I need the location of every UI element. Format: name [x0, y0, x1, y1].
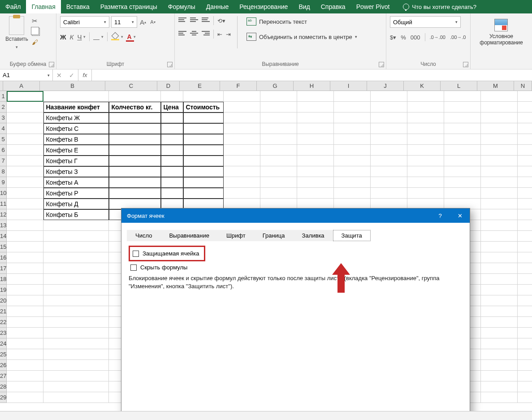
cell[interactable] — [518, 349, 532, 360]
cell[interactable] — [334, 102, 371, 113]
cell[interactable] — [43, 231, 109, 242]
cell[interactable] — [109, 188, 161, 199]
cell[interactable]: Колчество кг. — [109, 102, 161, 113]
cell[interactable] — [481, 231, 518, 242]
cell[interactable] — [224, 177, 260, 188]
cell[interactable]: Цена — [161, 102, 183, 113]
cell[interactable] — [297, 113, 334, 123]
underline-button[interactable]: Ч — [77, 33, 82, 41]
cell[interactable] — [224, 188, 260, 199]
row-header[interactable]: 19 — [0, 285, 7, 295]
row-header[interactable]: 7 — [0, 156, 7, 166]
align-middle-button[interactable] — [190, 17, 198, 24]
cell[interactable] — [407, 134, 444, 145]
dialog-tab[interactable]: Число — [127, 230, 160, 241]
cell[interactable]: Конфеты Г — [43, 156, 109, 166]
border-dropdown[interactable]: ▾ — [101, 35, 104, 39]
cell[interactable] — [444, 145, 481, 156]
cell[interactable] — [481, 285, 518, 295]
cell[interactable] — [481, 263, 518, 274]
cell[interactable] — [224, 113, 260, 123]
cell[interactable] — [518, 392, 532, 403]
row-header[interactable]: 16 — [0, 252, 7, 263]
cell[interactable] — [297, 123, 334, 134]
dialog-help-button[interactable]: ? — [430, 208, 450, 223]
font-name-combo[interactable]: Calibri ▾ — [60, 16, 109, 28]
cell[interactable] — [481, 317, 518, 328]
cell[interactable] — [518, 156, 532, 166]
cell[interactable] — [7, 134, 43, 145]
cell[interactable] — [43, 317, 109, 328]
align-right-button[interactable] — [202, 31, 210, 37]
cell[interactable] — [224, 156, 260, 166]
cell[interactable] — [43, 381, 109, 392]
number-format-combo[interactable]: Общий ▾ — [390, 16, 461, 28]
cell[interactable] — [481, 166, 518, 177]
column-header[interactable]: G — [257, 81, 294, 91]
tab-insert[interactable]: Вставка — [61, 0, 95, 13]
row-header[interactable]: 12 — [0, 209, 7, 220]
decrease-decimal-button[interactable]: .00→.0 — [450, 35, 466, 40]
row-header[interactable]: 27 — [0, 371, 7, 381]
cell[interactable] — [260, 145, 297, 156]
cell[interactable] — [334, 156, 371, 166]
cell[interactable] — [518, 166, 532, 177]
cell[interactable]: Конфеты Е — [43, 145, 109, 156]
format-painter-icon[interactable] — [32, 39, 40, 47]
cell[interactable]: Конфеты С — [43, 123, 109, 134]
cell[interactable]: Конфеты Ж — [43, 113, 109, 123]
tab-help[interactable]: Справка — [316, 0, 351, 13]
cell[interactable]: Конфеты А — [43, 177, 109, 188]
cell[interactable]: Стоимость — [183, 102, 224, 113]
cell[interactable] — [7, 177, 43, 188]
column-header[interactable]: C — [105, 81, 157, 91]
cell[interactable]: Конфеты З — [43, 166, 109, 177]
cell[interactable] — [518, 317, 532, 328]
cell[interactable] — [183, 166, 224, 177]
italic-button[interactable]: К — [70, 33, 74, 41]
cell[interactable] — [481, 113, 518, 123]
row-header[interactable]: 8 — [0, 166, 7, 177]
cell[interactable] — [444, 166, 481, 177]
cell[interactable] — [7, 349, 43, 360]
tell-me-search[interactable]: Что вы хотите сделать? — [403, 0, 476, 13]
grow-font-button[interactable]: A▴ — [139, 18, 147, 26]
cell[interactable] — [109, 134, 161, 145]
cell[interactable] — [43, 306, 109, 317]
cell[interactable] — [518, 285, 532, 295]
cell[interactable] — [109, 156, 161, 166]
cell[interactable] — [481, 295, 518, 306]
cell[interactable] — [481, 392, 518, 403]
cell[interactable] — [43, 295, 109, 306]
cell[interactable]: Конфеты Р — [43, 188, 109, 199]
cell[interactable] — [371, 145, 407, 156]
number-launcher-icon[interactable] — [463, 62, 468, 67]
column-header[interactable]: A — [3, 81, 40, 91]
cell[interactable] — [43, 371, 109, 381]
font-size-combo[interactable]: 11 ▾ — [111, 16, 137, 28]
cell[interactable] — [481, 242, 518, 252]
cell[interactable] — [444, 113, 481, 123]
cell[interactable] — [444, 134, 481, 145]
cell[interactable] — [224, 91, 260, 102]
cell[interactable] — [518, 199, 532, 209]
row-header[interactable]: 4 — [0, 123, 7, 134]
cell[interactable] — [161, 156, 183, 166]
cell[interactable] — [7, 199, 43, 209]
cell[interactable] — [260, 113, 297, 123]
column-header[interactable]: E — [180, 81, 220, 91]
cell[interactable] — [7, 145, 43, 156]
cell[interactable] — [297, 134, 334, 145]
align-top-button[interactable] — [178, 17, 186, 24]
column-header[interactable]: B — [40, 81, 105, 91]
cell[interactable] — [407, 113, 444, 123]
align-bottom-button[interactable] — [202, 17, 210, 24]
cell[interactable]: Конфеты Б — [43, 209, 109, 220]
cell[interactable] — [518, 145, 532, 156]
cell[interactable] — [260, 166, 297, 177]
cell[interactable] — [297, 177, 334, 188]
align-left-button[interactable] — [178, 31, 186, 37]
dialog-titlebar[interactable]: Формат ячеек ? ✕ — [121, 208, 470, 223]
cell[interactable] — [481, 328, 518, 338]
merge-dropdown-icon[interactable]: ▾ — [355, 35, 357, 39]
